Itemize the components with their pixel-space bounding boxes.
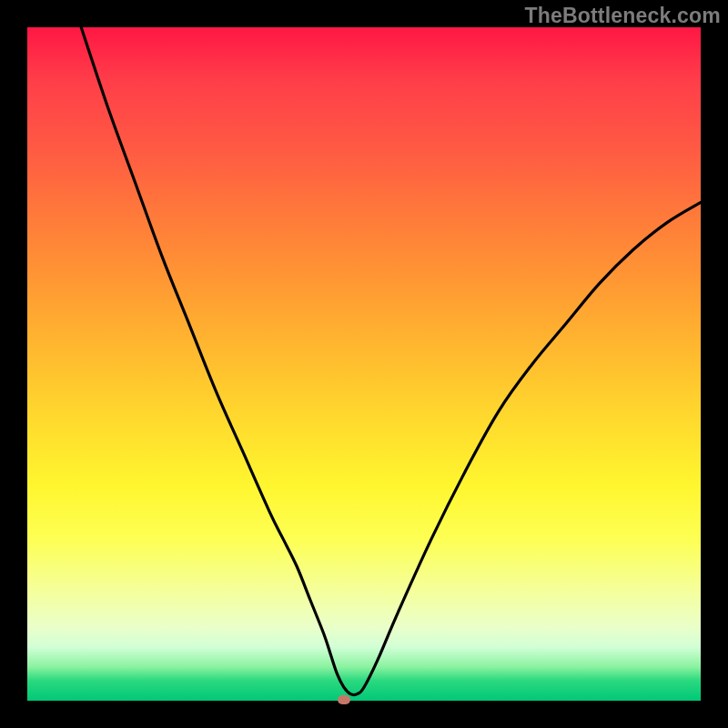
bottleneck-curve [27, 27, 701, 701]
source-label: TheBottleneck.com [524, 4, 721, 28]
chart-plot-area [27, 27, 701, 701]
optimum-marker [338, 695, 350, 704]
chart-frame: TheBottleneck.com [0, 0, 728, 728]
